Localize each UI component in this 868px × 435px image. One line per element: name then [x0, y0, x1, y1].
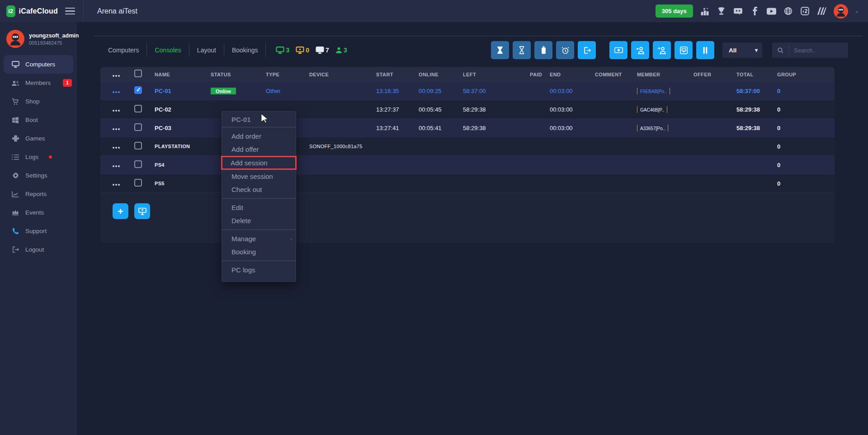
row-checkbox[interactable] — [134, 179, 142, 187]
tab-consoles[interactable]: Consoles — [147, 47, 189, 54]
sidebar-item-settings[interactable]: Settings — [4, 166, 73, 185]
cell-name[interactable]: PC-02 — [155, 106, 211, 113]
trophy-icon[interactable] — [717, 6, 726, 16]
sidebar-item-computers[interactable]: Computers — [4, 55, 73, 74]
table-row-pc01[interactable]: PC-01 Online Other 13:16:35 00:09:25 58:… — [100, 82, 835, 100]
discord-icon[interactable] — [733, 6, 743, 16]
pause-button[interactable] — [696, 41, 714, 59]
cell-left: 58:37:00 — [463, 88, 530, 94]
row-checkbox[interactable] — [134, 160, 142, 168]
cell-end: 00:03:00 — [550, 106, 595, 113]
row-actions-icon[interactable] — [113, 110, 114, 112]
col-device[interactable]: DEVICE — [309, 72, 376, 77]
row-checkbox[interactable] — [134, 142, 142, 150]
col-start[interactable]: START — [376, 72, 419, 77]
tab-bookings[interactable]: Bookings — [224, 47, 266, 54]
table-row-ps4[interactable]: PS4 0 — [100, 156, 835, 174]
context-menu-item-pc-logs[interactable]: PC logs — [222, 263, 296, 276]
ranking-icon[interactable] — [700, 6, 710, 16]
stripes-logo-icon[interactable] — [817, 6, 827, 16]
cell-name[interactable]: PC-01 — [155, 88, 211, 94]
col-name[interactable]: NAME — [155, 72, 211, 77]
youtube-icon[interactable] — [767, 6, 777, 16]
sidebar-item-boot[interactable]: Boot — [4, 111, 73, 129]
table-row-pc02[interactable]: PC-02 13:27:37 00:05:45 58:29:38 00:03:0… — [100, 100, 835, 119]
row-checkbox[interactable] — [134, 86, 142, 94]
context-menu-item-delete[interactable]: Delete — [222, 214, 296, 227]
col-offer[interactable]: OFFER — [693, 72, 736, 77]
member-badge[interactable]: F9EBAB[Po.. — [637, 88, 670, 94]
table-row-ps5[interactable]: PS5 0 — [100, 174, 835, 193]
member-add-button[interactable] — [653, 41, 671, 59]
context-menu-item-move-session[interactable]: Move session — [222, 170, 296, 183]
col-member[interactable]: MEMBER — [637, 72, 693, 77]
row-actions-icon[interactable] — [113, 184, 114, 186]
table-row-pc03[interactable]: PC-03 13:27:41 00:05:41 58:29:38 00:03:0… — [100, 119, 835, 137]
context-menu-item-add-order[interactable]: Add order — [222, 130, 296, 143]
context-menu-item-check-out[interactable]: Check out — [222, 183, 296, 196]
brand-logo[interactable]: i2 iCafeCloud — [0, 5, 58, 17]
context-menu-item-manage[interactable]: Manage › — [222, 232, 296, 245]
context-menu-item-booking[interactable]: Booking — [222, 245, 296, 258]
sidebar-item-logout[interactable]: Logout — [4, 240, 73, 259]
col-comment[interactable]: COMMENT — [595, 72, 637, 77]
sidebar-item-reports[interactable]: Reports — [4, 185, 73, 203]
row-actions-icon[interactable] — [113, 147, 114, 149]
cell-name[interactable]: PS4 — [155, 162, 211, 168]
tab-layout[interactable]: Layout — [189, 47, 224, 54]
add-device-button[interactable] — [134, 203, 150, 219]
col-left[interactable]: LEFT — [463, 72, 530, 77]
row-actions-icon[interactable] — [113, 91, 114, 93]
row-actions-icon[interactable] — [113, 165, 114, 167]
facebook-icon[interactable] — [750, 6, 760, 16]
hourglass-outline-button[interactable] — [513, 41, 531, 59]
col-end[interactable]: END — [550, 72, 595, 77]
col-type[interactable]: TYPE — [266, 72, 309, 77]
member-star-add-button[interactable] — [631, 41, 649, 59]
cell-name[interactable]: PLAYSTATION — [155, 144, 211, 149]
sidebar-item-games[interactable]: Games — [4, 129, 73, 148]
hourglass-filled-button[interactable] — [491, 41, 509, 59]
cell-name[interactable]: PC-03 — [155, 125, 211, 131]
select-all-checkbox[interactable] — [134, 70, 142, 77]
screen-frame-button[interactable] — [675, 41, 693, 59]
row-checkbox[interactable] — [134, 105, 142, 112]
member-badge[interactable]: GAC46B[P.. — [637, 106, 667, 113]
sign-out-button[interactable] — [578, 41, 596, 59]
subscription-days-badge[interactable]: 305 days — [656, 5, 693, 18]
sidebar-item-logs[interactable]: Logs — [4, 148, 73, 166]
col-group[interactable]: GROUP — [777, 72, 835, 77]
alarm-clock-button[interactable] — [556, 41, 574, 59]
user-avatar[interactable] — [834, 4, 848, 19]
sidebar-item-support[interactable]: Support — [4, 222, 73, 240]
row-checkbox[interactable] — [134, 123, 142, 131]
gamepad-icon — [11, 135, 19, 142]
col-online[interactable]: ONLINE — [419, 72, 463, 77]
header-actions-icon[interactable] — [113, 75, 114, 77]
context-menu: PC-01 Add order Add offer Add session Mo… — [222, 111, 296, 282]
cash-button[interactable] — [609, 41, 627, 59]
member-badge[interactable]: A33657[Po.. — [637, 125, 668, 131]
cell-name[interactable]: PS5 — [155, 181, 211, 186]
table-row-playstation[interactable]: PLAYSTATION SONOFF_1000c81a75 0 — [100, 137, 835, 156]
monitor-green-icon — [276, 47, 284, 54]
sidebar-item-events[interactable]: Events — [4, 203, 73, 222]
icafecloud-mini-icon[interactable] — [800, 6, 810, 16]
filter-select[interactable]: All ▾ — [722, 42, 762, 58]
sidebar-item-shop[interactable]: Shop — [4, 92, 73, 111]
globe-icon[interactable] — [783, 6, 793, 16]
chevron-down-icon[interactable]: ⌄ — [855, 8, 859, 14]
search-input[interactable] — [789, 47, 848, 54]
context-menu-item-add-session[interactable]: Add session — [221, 156, 297, 170]
tab-computers[interactable]: Computers — [100, 47, 146, 54]
add-console-button[interactable]: + — [113, 203, 128, 219]
context-menu-item-edit[interactable]: Edit — [222, 201, 296, 214]
hamburger-menu-icon[interactable] — [65, 8, 75, 15]
col-total[interactable]: TOTAL — [736, 72, 777, 77]
col-status[interactable]: STATUS — [211, 72, 266, 77]
context-menu-item-add-offer[interactable]: Add offer — [222, 143, 296, 156]
row-actions-icon[interactable] — [113, 128, 114, 130]
sidebar-item-members[interactable]: Members 1 — [4, 74, 73, 92]
col-paid[interactable]: PAID — [530, 72, 550, 77]
battery-button[interactable] — [534, 41, 552, 59]
